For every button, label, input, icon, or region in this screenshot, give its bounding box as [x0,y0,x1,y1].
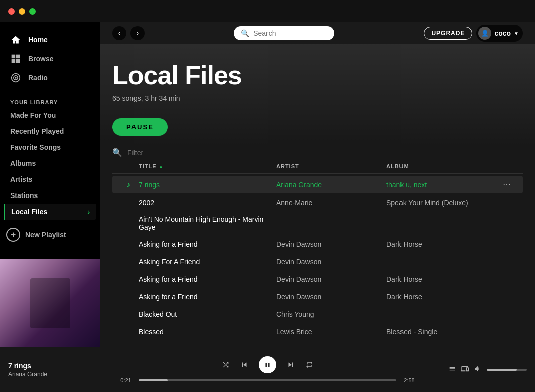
pause-button[interactable]: PAUSE [112,118,168,136]
search-input[interactable] [253,29,327,37]
now-playing-artist: Ariana Grande [8,371,118,378]
sidebar-item-albums-label: Albums [10,159,36,167]
main-content: Home Browse Radio YOUR LIBRARY [0,22,535,347]
repeat-button[interactable] [305,361,313,369]
table-row[interactable]: Asking For A Friend Devin Dawson ⋯ [112,253,523,270]
sound-playing-icon: ♪ [87,208,91,216]
playlist-area[interactable]: Local Files 65 songs, 3 hr 34 min PAUSE … [100,44,535,347]
col-header-album: ALBUM [386,163,497,169]
table-row[interactable]: Blacked Out Chris Young ⋯ [112,305,523,323]
col-header-title[interactable]: TITLE ▲ [139,163,276,169]
artist-name: Lewis Brice [276,328,386,336]
sidebar-item-home[interactable]: Home [4,30,96,49]
nav-arrows: ‹ › [112,26,145,40]
album-name: Speak Your Mind (Deluxe) [386,199,497,207]
player-left: 7 rings Ariana Grande [8,362,118,378]
sidebar-item-recently-played-label: Recently Played [10,127,64,135]
track-title: Blessed [139,328,276,336]
new-playlist-label: New Playlist [25,231,66,239]
traffic-light-red[interactable] [8,8,15,15]
table-row[interactable]: Blessed Lewis Brice Blessed - Single ⋯ [112,323,523,340]
user-avatar: 👤 [478,27,491,40]
play-pause-button[interactable] [259,356,276,373]
sidebar-item-recently-played[interactable]: Recently Played [4,123,96,139]
upgrade-button[interactable]: UPGRADE [424,27,472,40]
search-icon: 🔍 [241,29,249,37]
playlist-meta: 65 songs, 3 hr 34 min [112,94,523,102]
sidebar-item-stations-label: Stations [10,191,38,200]
sidebar-item-radio[interactable]: Radio [4,68,96,87]
volume-button[interactable] [474,365,482,375]
album-name: Blessed - Single [386,328,497,336]
traffic-light-green[interactable] [29,8,36,15]
track-title: 2002 [139,199,276,207]
more-options-button[interactable]: ⋯ [497,180,517,189]
artist-name: Devin Dawson [276,293,386,301]
plus-icon: + [6,228,20,242]
chevron-down-icon: ▼ [514,31,519,36]
svg-rect-2 [12,59,16,63]
sidebar-item-albums[interactable]: Albums [4,155,96,171]
total-time: 2:58 [402,377,417,383]
track-title: Ain't No Mountain High Enough - Marvin G… [139,215,276,231]
artist-name: Devin Dawson [276,258,386,266]
track-title: 7 rings [139,181,276,189]
home-icon [10,34,21,45]
album-name: thank u, next [386,181,497,189]
artist-name: Ariana Grande [276,181,386,189]
track-icon-cell: ♪ [118,180,139,189]
artist-name: Devin Dawson [276,275,386,283]
search-bar[interactable]: 🔍 [234,26,334,40]
sidebar-item-local-files[interactable]: Local Files ♪ [4,204,96,220]
previous-button[interactable] [240,360,249,369]
table-row[interactable]: ♪ 7 rings Ariana Grande thank u, next ⋯ [112,176,523,193]
table-row[interactable]: Ain't No Mountain High Enough - Marvin G… [112,211,523,235]
now-playing-title: 7 rings [8,362,118,370]
sidebar-item-favorite-songs[interactable]: Favorite Songs [4,139,96,155]
app-container: Home Browse Radio YOUR LIBRARY [0,0,535,392]
new-playlist-button[interactable]: + New Playlist [0,222,100,248]
shuffle-button[interactable] [222,361,230,369]
nav-section: Home Browse Radio [0,22,100,91]
svg-point-6 [15,77,16,78]
queue-button[interactable] [448,365,456,375]
album-figure-art [30,278,70,328]
sidebar-item-browse[interactable]: Browse [4,49,96,68]
top-bar [0,0,535,22]
progress-fill [139,379,168,381]
track-list: ♪ 7 rings Ariana Grande thank u, next ⋯ … [112,176,523,340]
track-title: Asking for a Friend [139,293,276,301]
sidebar-item-radio-label: Radio [28,74,48,82]
back-button[interactable]: ‹ [112,26,126,40]
sidebar-item-artists[interactable]: Artists [4,171,96,187]
sidebar-item-stations[interactable]: Stations [4,187,96,204]
volume-bar[interactable] [487,369,527,371]
next-button[interactable] [286,360,295,369]
player-right [417,365,527,375]
artist-name: Anne-Marie [276,199,386,207]
track-title: Asking for a Friend [139,240,276,248]
playlist-controls: PAUSE [100,110,535,144]
table-row[interactable]: Asking for a Friend Devin Dawson Dark Ho… [112,270,523,288]
content-area: ‹ › 🔍 UPGRADE 👤 coco ▼ [100,22,535,347]
sort-arrow-icon: ▲ [159,164,164,169]
svg-rect-3 [16,59,20,63]
sidebar-item-made-for-you-label: Made For You [10,111,56,119]
sidebar-album-art [0,259,100,347]
forward-button[interactable]: › [130,26,145,40]
user-name-label: coco [494,29,511,37]
devices-button[interactable] [461,365,469,375]
progress-track[interactable] [139,379,396,381]
svg-rect-1 [16,55,20,59]
playlist-title: Local Files [112,60,523,90]
table-row[interactable]: Asking for a Friend Devin Dawson Dark Ho… [112,235,523,253]
filter-input[interactable] [127,149,215,157]
table-row[interactable]: Asking for a Friend Devin Dawson Dark Ho… [112,288,523,305]
player-controls [222,356,313,373]
user-menu-button[interactable]: 👤 coco ▼ [476,25,523,42]
browse-icon [10,53,21,64]
table-row[interactable]: 2002 Anne-Marie Speak Your Mind (Deluxe)… [112,193,523,211]
traffic-light-yellow[interactable] [19,8,25,15]
sidebar-item-made-for-you[interactable]: Made For You [4,107,96,123]
sidebar-item-favorite-songs-label: Favorite Songs [10,143,61,151]
